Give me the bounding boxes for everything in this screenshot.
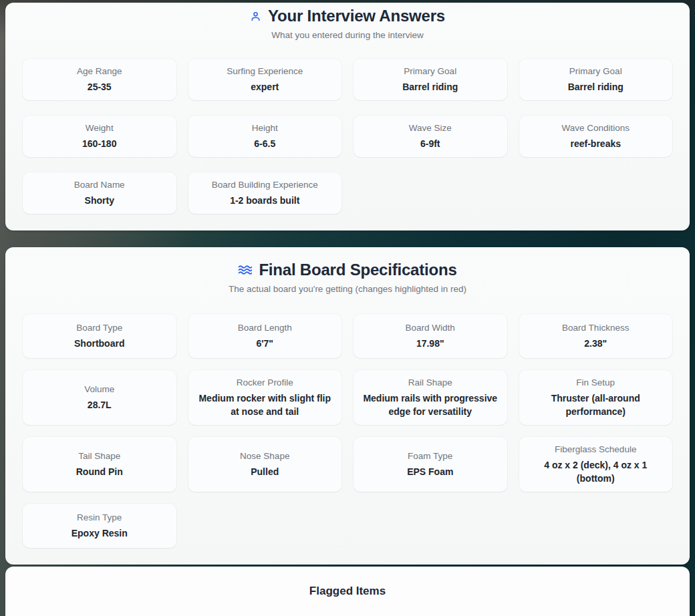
- spec-tile: Rail Shape Medium rails with progressive…: [354, 370, 507, 425]
- answer-value: Barrel riding: [568, 80, 623, 94]
- answer-tile: Surfing Experience expert: [188, 59, 342, 100]
- report-page: Your Interview Answers What you entered …: [0, 0, 695, 616]
- spec-tile: Fin Setup Thruster (all-around performan…: [519, 370, 673, 425]
- spec-value: Medium rails with progressive edge for v…: [359, 392, 502, 418]
- answer-tile: Board Name Shorty: [23, 172, 176, 214]
- answer-tile: Primary Goal Barrel riding: [519, 59, 673, 100]
- answer-tile: Primary Goal Barrel riding: [354, 59, 507, 100]
- answer-label: Board Name: [74, 179, 125, 191]
- final-board-specifications-title: Final Board Specifications: [23, 261, 672, 279]
- interview-title-text: Your Interview Answers: [268, 7, 445, 25]
- interview-answers-grid: Age Range 25-35 Surfing Experience exper…: [23, 59, 672, 214]
- specs-grid: Board Type Shortboard Board Length 6'7" …: [23, 314, 672, 548]
- answer-tile: Weight 160-180: [23, 116, 176, 157]
- spec-value: 17.98": [416, 337, 444, 350]
- spec-label: Volume: [84, 383, 114, 396]
- spec-tile: Board Width 17.98": [354, 314, 507, 358]
- answer-tile: Age Range 25-35: [23, 59, 176, 100]
- answer-label: Weight: [86, 122, 114, 134]
- answer-value: Shorty: [85, 194, 114, 207]
- spec-value: 4 oz x 2 (deck), 4 oz x 1 (bottom): [525, 458, 668, 485]
- spec-tile: Tail Shape Round Pin: [23, 437, 176, 492]
- answer-value: 1-2 boards built: [230, 194, 299, 207]
- spec-tile: Fiberglass Schedule 4 oz x 2 (deck), 4 o…: [519, 437, 673, 492]
- spec-tile: Board Type Shortboard: [23, 314, 176, 358]
- spec-tile: Rocker Profile Medium rocker with slight…: [188, 370, 342, 425]
- answer-tile: Wave Size 6-9ft: [354, 116, 507, 157]
- person-icon: [250, 11, 261, 22]
- answer-label: Age Range: [77, 65, 122, 78]
- flagged-items-title: Flagged Items: [24, 584, 671, 599]
- spec-tile: Resin Type Epoxy Resin: [23, 504, 176, 548]
- answer-value: 25-35: [88, 80, 112, 94]
- spec-label: Fin Setup: [576, 377, 615, 389]
- spec-value: Medium rocker with slight flip at nose a…: [194, 392, 337, 418]
- final-board-specifications-card: Final Board Specifications The actual bo…: [5, 247, 690, 565]
- spec-label: Board Thickness: [562, 322, 629, 334]
- spec-label: Board Length: [238, 322, 292, 334]
- answer-label: Height: [252, 122, 278, 134]
- interview-answers-title: Your Interview Answers: [23, 7, 672, 25]
- answer-value: 160-180: [82, 137, 116, 150]
- answer-value: Barrel riding: [402, 80, 458, 94]
- answer-value: 6-6.5: [254, 137, 275, 150]
- spec-label: Board Width: [406, 322, 455, 334]
- spec-label: Rocker Profile: [237, 377, 293, 389]
- spec-value: Thruster (all-around performance): [525, 392, 668, 418]
- spec-value: 2.38": [584, 337, 607, 350]
- answer-value: reef-breaks: [571, 137, 621, 150]
- answer-label: Surfing Experience: [227, 65, 303, 78]
- spec-tile: Volume 28.7L: [23, 370, 176, 425]
- flagged-items-card: Flagged Items: [5, 567, 690, 616]
- answer-label: Board Building Experience: [212, 179, 318, 191]
- answer-label: Primary Goal: [569, 65, 622, 78]
- spec-tile: Nose Shape Pulled: [188, 437, 342, 492]
- answer-tile: Wave Conditions reef-breaks: [519, 116, 673, 157]
- spec-value: Pulled: [251, 465, 279, 478]
- spec-tile: Board Thickness 2.38": [519, 314, 673, 358]
- spec-label: Resin Type: [77, 512, 122, 524]
- spec-label: Foam Type: [408, 450, 452, 462]
- answer-tile: Height 6-6.5: [188, 116, 342, 157]
- spec-tile: Board Length 6'7": [188, 314, 342, 358]
- answer-value: expert: [251, 80, 279, 94]
- spec-value: 6'7": [256, 337, 273, 350]
- answer-label: Primary Goal: [404, 65, 456, 78]
- answer-value: 6-9ft: [420, 137, 440, 150]
- spec-label: Board Type: [76, 322, 122, 334]
- specs-subtitle: The actual board you're getting (changes…: [23, 283, 672, 295]
- spec-label: Nose Shape: [240, 450, 289, 462]
- answer-tile: Board Building Experience 1-2 boards bui…: [188, 172, 342, 214]
- spec-label: Fiberglass Schedule: [555, 444, 636, 456]
- spec-label: Tail Shape: [78, 450, 120, 462]
- answer-label: Wave Conditions: [561, 122, 630, 134]
- answer-label: Wave Size: [409, 122, 452, 134]
- spec-value: EPS Foam: [407, 465, 453, 478]
- spec-value: Shortboard: [74, 337, 124, 350]
- spec-value: Round Pin: [76, 465, 123, 478]
- interview-subtitle: What you entered during the interview: [23, 29, 672, 41]
- spec-label: Rail Shape: [408, 377, 452, 389]
- spec-value: 28.7L: [88, 398, 112, 412]
- interview-answers-card: Your Interview Answers What you entered …: [5, 3, 690, 230]
- specs-title-text: Final Board Specifications: [259, 261, 456, 279]
- spec-tile: Foam Type EPS Foam: [354, 437, 507, 492]
- spec-value: Epoxy Resin: [72, 526, 128, 540]
- waves-icon: [238, 264, 252, 276]
